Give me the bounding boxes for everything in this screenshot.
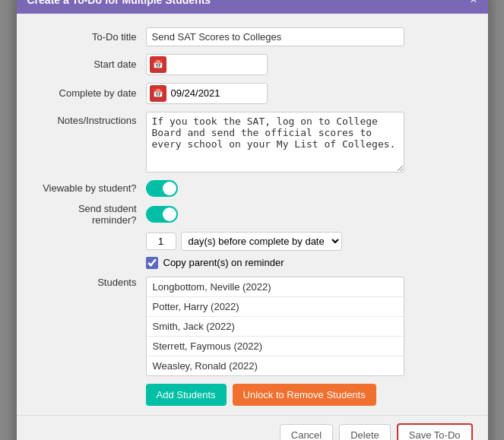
modal-header: Create a To-Do for Multiple Students × xyxy=(17,0,488,14)
todo-title-input[interactable] xyxy=(146,27,404,46)
unlock-remove-button[interactable]: Unlock to Remove Students xyxy=(233,384,376,406)
start-date-row: Start date 📅 xyxy=(32,54,473,75)
complete-date-row: Complete by date 📅 xyxy=(32,83,473,104)
reminder-days-row: day(s) before complete by date xyxy=(32,232,473,251)
list-item: Weasley, Ronald (2022) xyxy=(147,356,404,375)
viewable-toggle[interactable] xyxy=(146,180,178,197)
copy-parent-label: Copy parent(s) on reminder xyxy=(163,257,284,268)
complete-date-label: Complete by date xyxy=(32,87,146,99)
list-item: Potter, Harry (2022) xyxy=(147,297,404,317)
reminder-toggle-row: Send student reminder? xyxy=(32,203,473,226)
complete-date-input[interactable] xyxy=(170,86,246,100)
complete-date-wrapper: 📅 xyxy=(146,83,268,104)
start-date-label: Start date xyxy=(32,59,146,70)
todo-title-label: To-Do title xyxy=(32,31,146,43)
list-item: Smith, Jack (2022) xyxy=(147,317,404,337)
viewable-row: Viewable by student? xyxy=(32,180,473,197)
reminder-toggle-label: Send student reminder? xyxy=(32,203,146,226)
list-item: Sterrett, Faymous (2022) xyxy=(147,337,404,356)
modal-footer: Cancel Delete Save To-Do xyxy=(17,415,488,441)
add-students-button[interactable]: Add Students xyxy=(146,384,227,406)
start-date-input[interactable] xyxy=(170,57,246,71)
modal-title: Create a To-Do for Multiple Students xyxy=(27,0,211,6)
student-action-row: Add Students Unlock to Remove Students xyxy=(32,384,473,406)
viewable-label: Viewable by student? xyxy=(32,182,146,194)
notes-label: Notes/Instructions xyxy=(32,112,146,126)
copy-parent-row: Copy parent(s) on reminder xyxy=(32,257,473,269)
save-todo-button[interactable]: Save To-Do xyxy=(397,423,473,441)
start-date-wrapper: 📅 xyxy=(146,54,268,75)
start-date-calendar-icon[interactable]: 📅 xyxy=(150,56,166,73)
todo-title-row: To-Do title xyxy=(32,27,473,46)
students-row: Students Longbottom, Neville (2022) Pott… xyxy=(32,277,473,376)
students-label: Students xyxy=(32,277,146,288)
students-list: Longbottom, Neville (2022) Potter, Harry… xyxy=(146,277,404,376)
notes-row: Notes/Instructions If you took the SAT, … xyxy=(32,112,473,173)
modal: Create a To-Do for Multiple Students × T… xyxy=(17,0,488,440)
list-item: Longbottom, Neville (2022) xyxy=(147,277,404,297)
notes-textarea[interactable]: If you took the SAT, log on to College B… xyxy=(146,112,404,173)
complete-date-calendar-icon[interactable]: 📅 xyxy=(150,85,166,102)
copy-parent-checkbox[interactable] xyxy=(146,257,158,269)
cancel-button[interactable]: Cancel xyxy=(280,424,333,441)
close-button[interactable]: × xyxy=(470,0,477,6)
reminder-period-select[interactable]: day(s) before complete by date xyxy=(181,232,342,251)
modal-body: To-Do title Start date 📅 Complete by dat… xyxy=(17,14,488,415)
reminder-days-input[interactable] xyxy=(146,233,176,250)
reminder-toggle[interactable] xyxy=(146,206,178,223)
delete-button[interactable]: Delete xyxy=(339,424,391,441)
